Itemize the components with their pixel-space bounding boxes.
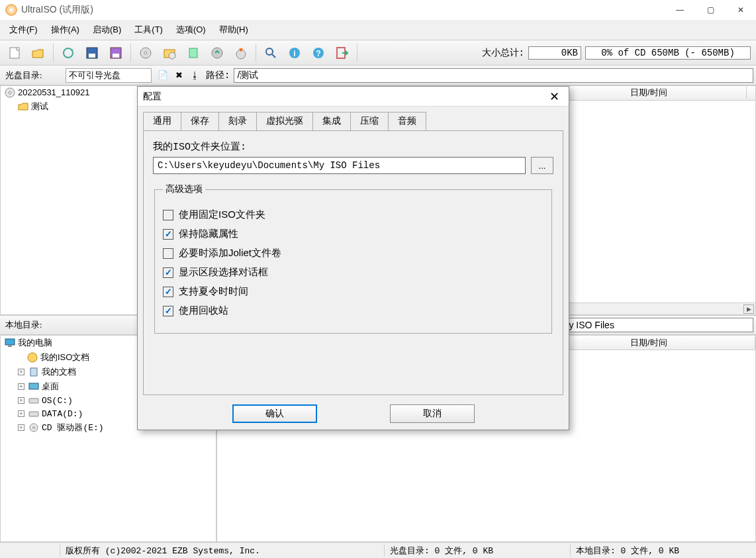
- menu-file[interactable]: 文件(F): [4, 23, 43, 37]
- disc-dir-label: 光盘目录:: [3, 70, 66, 81]
- checkbox-label: 显示区段选择对话框: [179, 266, 268, 279]
- checkbox-label: 支持夏令时时间: [179, 285, 248, 298]
- exit-icon[interactable]: [331, 42, 354, 64]
- tree-label: CD 驱动器(E:): [42, 422, 104, 434]
- find-icon[interactable]: [260, 42, 282, 64]
- expand-icon[interactable]: +: [18, 383, 24, 390]
- nav-icon[interactable]: ✖: [171, 68, 186, 83]
- menu-action[interactable]: 操作(A): [46, 23, 85, 37]
- tab-virtual-drive[interactable]: 虚拟光驱: [256, 112, 313, 130]
- capacity-progress[interactable]: 0% of CD 650MB (- 650MB): [585, 46, 751, 60]
- advanced-fieldset: 高级选项 使用固定ISO文件夹 ✓ 保持隐藏属性 必要时添加Joliet文件卷 …: [154, 183, 552, 334]
- path-box[interactable]: /测试: [234, 68, 753, 83]
- tree-label: 我的电脑: [18, 337, 52, 349]
- svg-point-7: [144, 52, 147, 54]
- checkbox-joliet[interactable]: 必要时添加Joliet文件卷: [163, 247, 543, 259]
- save-icon[interactable]: [81, 42, 103, 64]
- dialog-tabs: 通用 保存 刻录 虚拟光驱 集成 压缩 音频: [143, 112, 563, 130]
- tree-child-label: 测试: [31, 101, 48, 113]
- folder-icon: [18, 101, 28, 112]
- svg-rect-0: [10, 48, 19, 58]
- dialog-buttons: 确认 取消: [138, 395, 569, 423]
- svg-rect-28: [29, 412, 38, 416]
- svg-point-9: [169, 52, 175, 59]
- info-icon[interactable]: i: [283, 42, 306, 64]
- tree-label: 我的文档: [42, 366, 76, 378]
- svg-rect-25: [30, 368, 37, 376]
- titlebar: UltraISO (试用版) — ▢ ✕: [0, 0, 756, 20]
- close-button[interactable]: ✕: [726, 0, 756, 20]
- tab-burn[interactable]: 刻录: [218, 112, 257, 130]
- help-icon[interactable]: ?: [307, 42, 330, 64]
- disc-icon: [5, 87, 15, 98]
- saveas-icon[interactable]: [105, 42, 127, 64]
- computer-icon: [5, 338, 15, 348]
- burn-icon[interactable]: [230, 42, 252, 64]
- mount-icon[interactable]: [206, 42, 228, 64]
- svg-rect-27: [29, 398, 38, 403]
- expand-icon[interactable]: +: [18, 424, 24, 431]
- compress-icon[interactable]: [182, 42, 205, 64]
- disc-subbar: 光盘目录: 不可引导光盘 📄 ✖ ⭳ 路径: /测试: [0, 66, 756, 85]
- status-copyright: 版权所有 (c)2002-2021 EZB Systems, Inc.: [60, 545, 384, 557]
- checkbox-icon[interactable]: ✓: [163, 306, 173, 316]
- checkbox-icon[interactable]: ✓: [163, 287, 173, 297]
- nav-icon[interactable]: 📄: [156, 68, 170, 83]
- menu-boot[interactable]: 启动(B): [87, 23, 126, 37]
- open-icon[interactable]: [27, 42, 50, 64]
- reload-icon[interactable]: [57, 42, 79, 64]
- expand-icon[interactable]: +: [18, 410, 24, 417]
- checkbox-fixed-iso[interactable]: 使用固定ISO文件夹: [163, 209, 543, 221]
- browse-button[interactable]: ...: [531, 157, 553, 174]
- tab-audio[interactable]: 音频: [388, 112, 426, 130]
- dialog-title-text: 配置: [143, 91, 162, 103]
- tab-integration[interactable]: 集成: [312, 112, 351, 130]
- maximize-button[interactable]: ▢: [695, 0, 726, 20]
- checkbox-icon[interactable]: [163, 248, 173, 259]
- checkbox-hidden-attr[interactable]: ✓ 保持隐藏属性: [163, 228, 543, 240]
- dialog-titlebar: 配置 ✕: [138, 87, 569, 107]
- cancel-button[interactable]: 取消: [390, 404, 475, 423]
- toolbar: i ? 大小总计: 0KB 0% of CD 650MB (- 650MB): [0, 40, 756, 66]
- tree-label: 我的ISO文档: [40, 351, 89, 363]
- folder-cd-icon[interactable]: [158, 42, 181, 64]
- svg-rect-10: [189, 48, 197, 58]
- minimize-button[interactable]: —: [665, 0, 695, 20]
- create-cd-icon[interactable]: [134, 42, 157, 64]
- nav-icon[interactable]: ⭳: [187, 68, 202, 83]
- size-total-label: 大小总计:: [478, 47, 528, 59]
- menu-help[interactable]: 帮助(H): [214, 23, 254, 37]
- status-disc: 光盘目录: 0 文件, 0 KB: [384, 545, 570, 557]
- checkbox-icon[interactable]: ✓: [163, 229, 173, 240]
- drive-icon: [28, 395, 39, 406]
- checkbox-recycle[interactable]: ✓ 使用回收站: [163, 304, 543, 317]
- status-local: 本地目录: 0 文件, 0 KB: [570, 545, 756, 557]
- tree-label: 桌面: [42, 381, 59, 393]
- tab-compression[interactable]: 压缩: [350, 112, 389, 130]
- local-dir-label: 本地目录:: [3, 319, 66, 331]
- tab-save[interactable]: 保存: [181, 112, 219, 130]
- size-total-value: 0KB: [528, 46, 581, 60]
- dialog-close-button[interactable]: ✕: [545, 89, 563, 104]
- ok-button[interactable]: 确认: [232, 404, 317, 423]
- iso-folder-input[interactable]: [153, 157, 526, 174]
- local-path-box[interactable]: ts\My ISO Files: [548, 318, 753, 332]
- svg-rect-23: [8, 346, 12, 347]
- tab-general[interactable]: 通用: [143, 112, 181, 130]
- svg-rect-22: [5, 339, 15, 345]
- checkbox-segment-dialog[interactable]: ✓ 显示区段选择对话框: [163, 266, 543, 279]
- menu-options[interactable]: 选项(O): [171, 23, 211, 37]
- col-datetime[interactable]: 日期/时间: [626, 337, 755, 349]
- checkbox-icon[interactable]: ✓: [163, 267, 173, 278]
- col-datetime[interactable]: 日期/时间: [626, 87, 747, 99]
- expand-icon[interactable]: +: [18, 397, 24, 404]
- tree-root-label: 20220531_110921: [18, 87, 89, 97]
- scroll-right-icon[interactable]: ▶: [743, 304, 754, 314]
- svg-rect-26: [29, 383, 38, 389]
- bootable-dropdown[interactable]: 不可引导光盘: [66, 68, 152, 83]
- new-icon[interactable]: [3, 42, 26, 64]
- menu-tools[interactable]: 工具(T): [129, 23, 168, 37]
- expand-icon[interactable]: +: [18, 369, 24, 375]
- checkbox-icon[interactable]: [163, 210, 173, 220]
- checkbox-dst[interactable]: ✓ 支持夏令时时间: [163, 285, 543, 298]
